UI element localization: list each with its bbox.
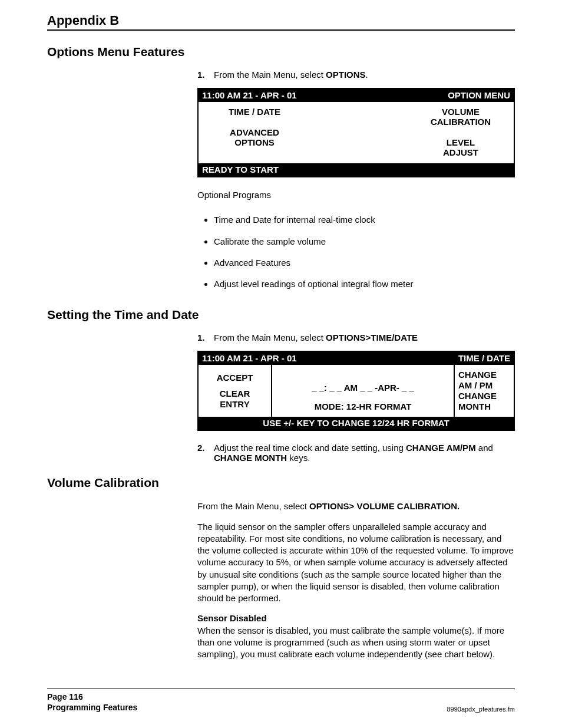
volume-calibration-content: From the Main Menu, select OPTIONS> VOLU… [197,500,515,660]
btn-clear-entry: CLEAR ENTRY [202,388,267,410]
list-item: Adjust level readings of optional integr… [214,274,515,295]
footer-filename: 8990apdx_pfeatures.fm [447,706,515,713]
step-text: From the Main Menu, select OPTIONS>TIME/… [214,332,515,342]
opt-time-date: TIME / DATE [204,107,305,117]
timedate-step2: 2. Adjust the real time clock and date s… [197,443,515,463]
t-bold: CHANGE AM/PM [406,443,476,453]
screen-body: ACCEPT CLEAR ENTRY _ _: _ _ AM _ _ -APR-… [199,365,514,417]
btn-change-month: CHANGE MONTH [458,391,510,412]
section-volume-calibration-title: Volume Calibration [47,476,515,490]
time-date-screen: 11:00 AM 21 - APR - 01 TIME / DATE ACCEP… [197,351,515,431]
time-date-content: 1. From the Main Menu, select OPTIONS>TI… [197,332,515,463]
optional-programs-list: Time and Date for internal real-time clo… [197,209,515,295]
t-bold: CHANGE MONTH [214,453,287,463]
screen-body: TIME / DATE ADVANCED OPTIONS VOLUME CALI… [199,102,514,163]
t-bold: OPTIONS> VOLUME CALIBRATION. [309,501,459,511]
section-time-date-title: Setting the Time and Date [47,308,515,322]
screen-title: OPTION MENU [448,90,510,100]
screen-footer: READY TO START [199,163,514,176]
screen-header: 11:00 AM 21 - APR - 01 TIME / DATE [199,352,514,365]
screen-header: 11:00 AM 21 - APR - 01 OPTION MENU [199,89,514,102]
volcal-sensor-disabled: Sensor Disabled When the sensor is disab… [197,612,515,660]
t: keys. [287,453,310,463]
list-item: Advanced Features [214,252,515,274]
step-text: Adjust the real time clock and date sett… [214,443,515,463]
t: CLEAR [220,388,250,398]
time-template: _ _: _ _ AM _ _ -APR- _ _ [276,383,450,393]
page-number: Page 116 [47,692,83,701]
sub-body: When the sensor is disabled, you must ca… [197,625,504,660]
options-step1: 1. From the Main Menu, select OPTIONS. [197,70,515,80]
footer-rule [47,689,515,689]
btn-accept: ACCEPT [202,373,267,383]
options-menu-content: 1. From the Main Menu, select OPTIONS. 1… [197,70,515,295]
list-item: Calibrate the sample volume [214,231,515,252]
step-number: 2. [197,443,214,453]
sub-heading: Sensor Disabled [197,613,267,623]
volcal-para1: The liquid sensor on the sampler offers … [197,521,515,605]
step-number: 1. [197,70,214,80]
t: and [476,443,493,453]
mode-label: MODE: 12-HR FORMAT [276,401,450,412]
t: ENTRY [220,399,249,409]
btn-change-ampm: CHANGE AM / PM [458,370,510,391]
t-bold: OPTIONS>TIME/DATE [326,332,418,342]
footer-section: Programming Features [47,703,137,712]
opt-volume-a: VOLUME [414,107,508,117]
optional-programs-label: Optional Programs [197,189,515,201]
page: Appendix B Options Menu Features 1. From… [0,0,562,728]
screen-title: TIME / DATE [458,353,510,363]
timedate-step1: 1. From the Main Menu, select OPTIONS>TI… [197,332,515,342]
opt-advanced-b: OPTIONS [204,137,305,147]
opt-level-b: ADJUST [414,147,508,157]
screen-time: 11:00 AM 21 - APR - 01 [202,353,297,363]
header-rule [47,29,515,31]
section-options-menu-title: Options Menu Features [47,45,515,59]
step-number: 1. [197,332,214,342]
option-menu-screen: 11:00 AM 21 - APR - 01 OPTION MENU TIME … [197,88,515,177]
opt-advanced-a: ADVANCED [204,127,305,137]
t: CHANGE [458,370,497,380]
t-bold: OPTIONS [326,70,366,80]
t: From the Main Menu, select [214,332,326,342]
appendix-title: Appendix B [47,13,515,28]
t: From the Main Menu, select [214,70,326,80]
screen-footer: USE +/- KEY TO CHANGE 12/24 HR FORMAT [199,417,514,430]
t: . [366,70,368,80]
t: CHANGE [458,391,497,401]
opt-level-a: LEVEL [414,137,508,147]
screen-time: 11:00 AM 21 - APR - 01 [202,90,297,100]
list-item: Time and Date for internal real-time clo… [214,209,515,230]
t: Adjust the real time clock and date sett… [214,443,406,453]
t: AM / PM [458,380,492,390]
t: From the Main Menu, select [197,501,309,511]
opt-volume-b: CALIBRATION [414,117,508,127]
page-footer: Page 116 Programming Features 8990apdx_p… [47,689,515,713]
t: MONTH [458,401,491,411]
step-text: From the Main Menu, select OPTIONS. [214,70,515,80]
volcal-intro: From the Main Menu, select OPTIONS> VOLU… [197,500,515,512]
